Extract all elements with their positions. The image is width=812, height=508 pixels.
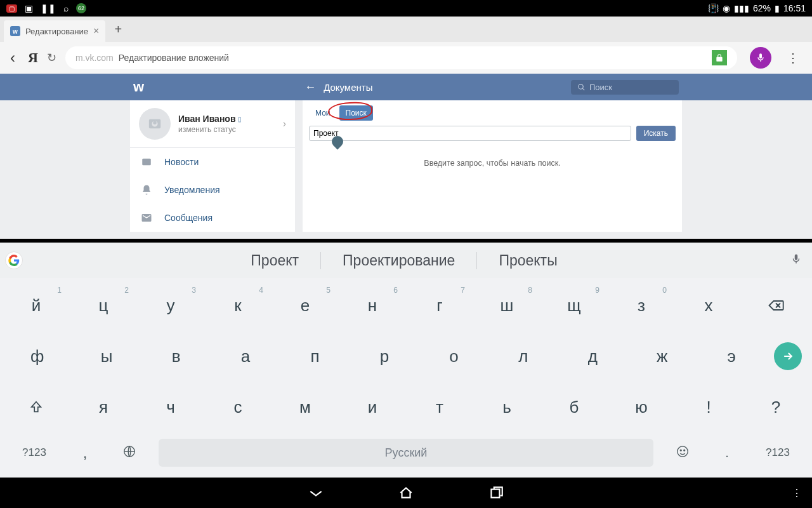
chevron-right-icon: › — [283, 118, 286, 130]
back-arrow-icon[interactable]: ← — [304, 81, 316, 94]
key[interactable]: ? — [743, 384, 809, 431]
url-bar[interactable]: m.vk.com Редактирование вложений — [65, 46, 737, 69]
key[interactable]: я — [70, 384, 136, 431]
key-comma[interactable]: , — [66, 444, 104, 462]
key[interactable]: е5 — [272, 282, 338, 329]
key[interactable]: к4 — [205, 282, 271, 329]
key[interactable]: ж — [628, 333, 696, 380]
battery-percent: 62% — [753, 3, 771, 13]
key[interactable]: р — [350, 333, 418, 380]
new-tab-button[interactable]: + — [105, 17, 131, 42]
key[interactable]: х — [676, 282, 742, 329]
suggestion-item[interactable]: Проекты — [477, 252, 579, 269]
signal-icon: ▮▮▮ — [734, 3, 749, 13]
sidebar-item-label: Уведомления — [164, 185, 220, 195]
enter-key[interactable] — [774, 342, 802, 370]
key[interactable]: й1 — [3, 282, 69, 329]
key[interactable]: б — [541, 384, 607, 431]
key-period[interactable]: . — [708, 446, 746, 460]
profile-status[interactable]: изменить статус — [178, 125, 275, 134]
browser-tab-strip: w Редактирование × + — [0, 17, 812, 42]
doc-tabs: Мои Поиск — [303, 100, 682, 122]
key[interactable]: н6 — [339, 282, 405, 329]
key[interactable]: у3 — [138, 282, 204, 329]
suggestion-item[interactable]: Проектирование — [321, 252, 477, 269]
key[interactable]: а — [211, 333, 279, 380]
tab-my[interactable]: Мои — [309, 105, 337, 121]
globe-icon[interactable] — [104, 444, 155, 462]
search-hint: Введите запрос, чтобы начать поиск. — [303, 144, 682, 190]
nav-home-button[interactable] — [396, 483, 416, 503]
sidebar-item-news[interactable]: Новости — [130, 148, 295, 176]
picture-icon: ▣ — [25, 3, 33, 13]
browser-menu-button[interactable]: ⋮ — [780, 50, 806, 65]
key[interactable]: з0 — [608, 282, 674, 329]
key[interactable]: щ9 — [541, 282, 607, 329]
key[interactable]: ч — [138, 384, 204, 431]
vibrate-icon: 📳 — [708, 3, 719, 13]
battery-icon: ▮ — [775, 3, 780, 13]
key[interactable]: п — [281, 333, 349, 380]
browser-tab[interactable]: w Редактирование × — [4, 20, 105, 42]
header-search-input[interactable] — [589, 83, 665, 92]
doc-search-input[interactable] — [309, 126, 631, 141]
key[interactable]: ь — [474, 384, 540, 431]
key[interactable]: д — [559, 333, 627, 380]
key[interactable]: ц2 — [70, 282, 136, 329]
svg-point-4 — [684, 450, 685, 451]
key[interactable]: и — [339, 384, 405, 431]
mobile-icon: ▯ — [238, 116, 242, 123]
reload-button[interactable]: ↻ — [47, 51, 56, 65]
key[interactable]: ф — [3, 333, 71, 380]
svg-rect-0 — [142, 159, 151, 166]
sidebar-item-messages[interactable]: Сообщения — [130, 204, 295, 232]
mic-icon[interactable] — [785, 253, 807, 268]
key[interactable]: ы — [72, 333, 140, 380]
android-nav-bar: ⋮ — [0, 478, 812, 508]
key[interactable]: ш8 — [474, 282, 540, 329]
key-symbols[interactable]: ?123 — [3, 446, 66, 459]
yandex-logo[interactable]: Я — [28, 50, 38, 66]
app-badge-icon: 62 — [76, 3, 86, 13]
nav-menu-button[interactable]: ⋮ — [792, 487, 802, 499]
emoji-icon[interactable] — [657, 444, 708, 462]
sidebar-item-notifications[interactable]: Уведомления — [130, 176, 295, 204]
pause-icon: ❚❚ — [41, 3, 56, 13]
search-button[interactable]: Искать — [636, 126, 676, 141]
google-icon[interactable] — [5, 251, 23, 269]
profile-card[interactable]: Иван Иванов ▯ изменить статус › — [130, 100, 295, 148]
url-page-title: Редактирование вложений — [119, 53, 229, 63]
key[interactable]: о — [420, 333, 488, 380]
key[interactable]: в — [142, 333, 210, 380]
sidebar-item-label: Сообщения — [164, 213, 213, 223]
close-icon[interactable]: × — [93, 25, 99, 37]
voice-search-button[interactable] — [750, 47, 771, 69]
tab-search[interactable]: Поиск — [339, 105, 373, 121]
bell-icon — [140, 184, 153, 196]
suggestion-item[interactable]: Проект — [229, 252, 321, 269]
nav-back-button[interactable] — [306, 483, 326, 503]
profile-name: Иван Иванов — [178, 114, 236, 124]
lock-icon — [712, 50, 727, 65]
sidebar-item-label: Новости — [164, 157, 199, 167]
vk-header-search[interactable] — [571, 80, 679, 95]
backspace-icon[interactable] — [743, 282, 809, 329]
nav-recent-button[interactable] — [486, 483, 506, 503]
vk-main-panel: Мои Поиск Искать Введите запрос, чтобы н… — [303, 100, 682, 232]
key[interactable]: т — [407, 384, 473, 431]
vk-header: w ← Документы — [0, 74, 812, 100]
key[interactable]: м — [272, 384, 338, 431]
shift-key[interactable] — [3, 384, 69, 431]
key[interactable]: ! — [676, 384, 742, 431]
vk-logo[interactable]: w — [133, 79, 143, 95]
key[interactable]: ю — [608, 384, 674, 431]
key[interactable]: э — [698, 333, 766, 380]
key[interactable]: с — [205, 384, 271, 431]
back-button[interactable]: ‹ — [6, 49, 19, 67]
key-symbols[interactable]: ?123 — [746, 446, 809, 459]
key[interactable]: г7 — [407, 282, 473, 329]
wifi-icon: ◉ — [723, 3, 730, 13]
app-badge-icon: ▢ — [6, 4, 17, 13]
key[interactable]: л — [489, 333, 557, 380]
key-space[interactable]: Русский — [159, 439, 653, 467]
